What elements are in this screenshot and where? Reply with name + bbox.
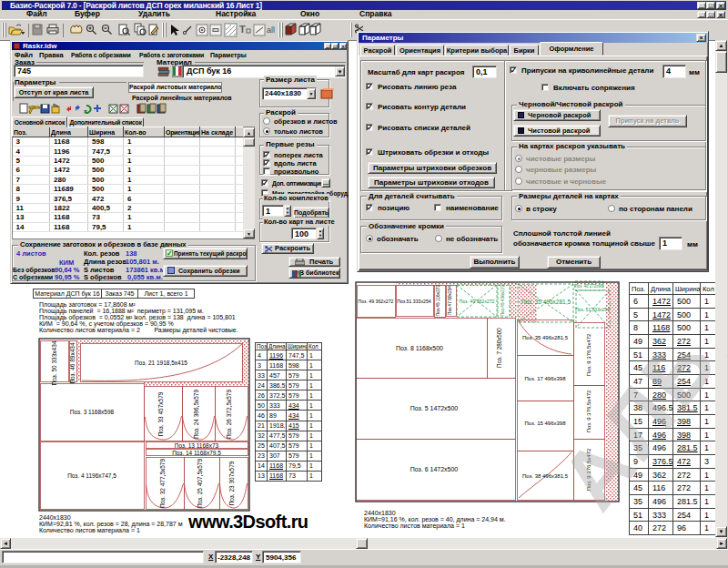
svg-text:T: T: [239, 24, 246, 35]
svg-text:Поз. 49 362x272: Поз. 49 362x272: [359, 299, 394, 304]
svg-text:Поз. 5 1472x500: Поз. 5 1472x500: [410, 405, 459, 411]
svg-text:Поз. 40 272x96: Поз. 40 272x96: [574, 284, 603, 289]
svg-text:Поз. 25 407,5x579: Поз. 25 407,5x579: [197, 459, 203, 509]
svg-text:Поз. 17 496x398: Поз. 17 496x398: [524, 376, 566, 381]
svg-text:Поз. 8 1168x500: Поз. 8 1168x500: [396, 345, 443, 351]
svg-text:Поз. 6 1472x500: Поз. 6 1472x500: [410, 466, 459, 472]
svg-text:Поз. 15 496x398: Поз. 15 496x398: [524, 421, 566, 426]
svg-text:Поз. 14 1168x79,5: Поз. 14 1168x79,5: [172, 450, 221, 456]
svg-text:Поз. 35 496x281,5: Поз. 35 496x281,5: [521, 299, 571, 305]
svg-text:Поз. 21 1918,5x415: Поз. 21 1918,5x415: [135, 360, 187, 366]
svg-text:Поз.51 333x254: Поз.51 333x254: [397, 299, 431, 304]
svg-text:Поз. 33 457x579: Поз. 33 457x579: [157, 391, 164, 436]
svg-text:Поз. 23 307x579: Поз. 23 307x579: [228, 461, 235, 505]
svg-text:Поз. 9 376,5x472: Поз. 9 376,5x472: [586, 448, 592, 491]
svg-text:Поз. 46 89x434: Поз. 46 89x434: [69, 342, 76, 384]
svg-text:Поз.45 436x272: Поз.45 436x272: [500, 284, 505, 316]
svg-text:Поз. 24 386,5x579: Поз. 24 386,5x579: [193, 390, 199, 440]
svg-text:Поз. 3 1168x598: Поз. 3 1168x598: [70, 409, 115, 415]
svg-text:Поз. 26 372,5x579: Поз. 26 372,5x579: [226, 390, 232, 440]
svg-text:Поз. 13 1168x73: Поз. 13 1168x73: [175, 442, 219, 449]
svg-text:Поз.47 89x254: Поз.47 89x254: [448, 286, 452, 315]
svg-text:Поз. 49 362x272: Поз. 49 362x272: [460, 299, 495, 304]
svg-text:Поз. 9 376,5x472: Поз. 9 376,5x472: [586, 333, 592, 376]
svg-text:Поз. 7 280x500: Поз. 7 280x500: [496, 328, 502, 368]
svg-text:Поз. 9 376,5x472: Поз. 9 376,5x472: [586, 390, 592, 432]
svg-text:Поз. 51 333x254: Поз. 51 333x254: [575, 307, 610, 312]
svg-text:all: all: [267, 25, 275, 35]
svg-text:Поз. 35 496x281,5: Поз. 35 496x281,5: [522, 335, 569, 340]
svg-text:Поз.45 116x272: Поз.45 116x272: [436, 285, 440, 317]
svg-text:Поз. 4 1196x747,5: Поз. 4 1196x747,5: [67, 472, 116, 479]
svg-text:Поз. 38 496x381,5: Поз. 38 496x381,5: [522, 473, 569, 479]
svg-text:Поз. 32 477,5x579: Поз. 32 477,5x579: [159, 459, 166, 509]
svg-text:Поз. 50 333x434: Поз. 50 333x434: [51, 340, 57, 385]
